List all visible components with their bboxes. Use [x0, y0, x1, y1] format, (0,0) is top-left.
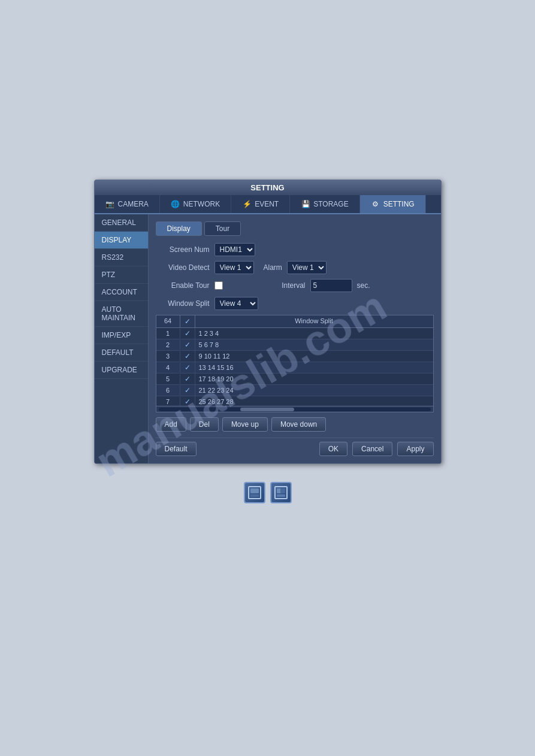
sidebar-item-auto-maintain[interactable]: AUTO MAINTAIN — [95, 301, 148, 327]
row-num: 4 — [156, 363, 180, 372]
table-header-split: Window Split — [195, 315, 433, 327]
table-row[interactable]: 2 ✓ 5 6 7 8 — [156, 339, 433, 351]
sub-tab-tour[interactable]: Tour — [204, 221, 241, 236]
row-check: ✓ — [180, 362, 195, 373]
ok-button[interactable]: OK — [319, 442, 347, 456]
table-header-check: ✓ — [180, 315, 195, 327]
content-area: GENERAL DISPLAY RS232 PTZ ACCOUNT AUTO M… — [95, 214, 441, 463]
sidebar-item-imp-exp[interactable]: IMP/EXP — [95, 327, 148, 344]
video-detect-select[interactable]: View 1 View 4 — [214, 261, 254, 274]
h-scrollbar-track — [159, 408, 431, 411]
enable-tour-label: Enable Tour — [156, 281, 210, 290]
window-split-select[interactable]: View 1 View 4 View 8 View 9 View 16 — [214, 297, 258, 310]
sidebar-item-upgrade[interactable]: UPGRADE — [95, 362, 148, 379]
table-header-num: 64 — [156, 315, 180, 327]
tab-storage-label: STORAGE — [313, 200, 348, 208]
window-split-label: Window Split — [156, 299, 210, 308]
sub-tabs: Display Tour — [156, 221, 434, 236]
sidebar-item-default[interactable]: DEFAULT — [95, 344, 148, 362]
tab-camera-label: CAMERA — [118, 200, 149, 208]
tab-event[interactable]: ⚡ EVENT — [231, 195, 290, 213]
dialog-window: SETTING 📷 CAMERA 🌐 NETWORK ⚡ EVENT 💾 STO… — [94, 180, 442, 464]
sub-tab-display[interactable]: Display — [156, 221, 202, 236]
apply-button[interactable]: Apply — [397, 442, 433, 456]
sidebar: GENERAL DISPLAY RS232 PTZ ACCOUNT AUTO M… — [95, 214, 149, 463]
table-header: 64 ✓ Window Split — [156, 315, 433, 328]
icon-box-1[interactable] — [244, 482, 265, 503]
tab-setting[interactable]: ⚙ SETTING — [360, 195, 426, 213]
page-wrapper: manualslib.com SETTING 📷 CAMERA 🌐 NETWOR… — [0, 0, 535, 756]
row-num: 7 — [156, 397, 180, 406]
row-num: 5 — [156, 374, 180, 384]
icon-box-2[interactable] — [270, 482, 292, 503]
tab-event-label: EVENT — [255, 200, 279, 208]
row-split: 1 2 3 4 — [195, 329, 433, 338]
camera-icon: 📷 — [105, 199, 115, 209]
setting-icon: ⚙ — [371, 199, 380, 209]
sidebar-item-ptz[interactable]: PTZ — [95, 266, 148, 284]
table-row[interactable]: 4 ✓ 13 14 15 16 — [156, 362, 433, 374]
row-split: 17 18 19 20 — [195, 374, 433, 384]
enable-tour-row: Enable Tour Interval sec. — [156, 279, 434, 292]
table-row[interactable]: 7 ✓ 25 26 27 28 — [156, 396, 433, 406]
table-row[interactable]: 6 ✓ 21 22 23 24 — [156, 385, 433, 396]
cancel-button[interactable]: Cancel — [352, 442, 392, 456]
table-scroll-area[interactable]: 1 ✓ 1 2 3 4 2 ✓ 5 6 7 8 3 ✓ 9 — [156, 328, 433, 406]
nav-tabs: 📷 CAMERA 🌐 NETWORK ⚡ EVENT 💾 STORAGE ⚙ S… — [95, 195, 441, 214]
sidebar-item-general[interactable]: GENERAL — [95, 214, 148, 232]
screen-num-select[interactable]: HDMI1 HDMI2 VGA — [214, 243, 255, 256]
del-button[interactable]: Del — [190, 417, 219, 432]
row-split: 9 10 11 12 — [195, 351, 433, 361]
row-num: 2 — [156, 340, 180, 350]
enable-tour-checkbox[interactable] — [214, 281, 223, 290]
video-detect-label: Video Detect — [156, 263, 210, 272]
storage-icon: 💾 — [301, 199, 310, 209]
table-row[interactable]: 5 ✓ 17 18 19 20 — [156, 374, 433, 385]
sidebar-item-account[interactable]: ACCOUNT — [95, 284, 148, 301]
row-check: ✓ — [180, 385, 195, 396]
screen-num-label: Screen Num — [156, 245, 210, 254]
interval-label: Interval — [252, 281, 306, 290]
row-check: ✓ — [180, 328, 195, 339]
row-num: 3 — [156, 351, 180, 361]
row-split: 13 14 15 16 — [195, 363, 433, 372]
row-num: 6 — [156, 385, 180, 395]
add-button[interactable]: Add — [156, 417, 186, 432]
sec-label: sec. — [357, 281, 370, 290]
window-icon-2 — [274, 486, 288, 499]
alarm-label: Alarm — [264, 263, 282, 272]
table-row[interactable]: 3 ✓ 9 10 11 12 — [156, 351, 433, 362]
table-container: 64 ✓ Window Split 1 ✓ 1 2 3 — [156, 315, 434, 412]
interval-input[interactable] — [310, 279, 352, 292]
icons-row — [244, 482, 292, 503]
horizontal-scrollbar[interactable] — [156, 406, 433, 412]
bottom-buttons: Default OK Cancel Apply — [156, 438, 434, 456]
video-detect-row: Video Detect View 1 View 4 Alarm View 1 … — [156, 261, 434, 274]
title-bar: SETTING — [95, 180, 441, 195]
sidebar-item-display[interactable]: DISPLAY — [95, 232, 148, 249]
dialog-title: SETTING — [250, 183, 284, 192]
row-check: ✓ — [180, 339, 195, 350]
move-up-button[interactable]: Move up — [222, 417, 268, 432]
tab-camera[interactable]: 📷 CAMERA — [95, 195, 160, 213]
sidebar-item-rs232[interactable]: RS232 — [95, 249, 148, 266]
table-row[interactable]: 1 ✓ 1 2 3 4 — [156, 328, 433, 339]
tab-setting-label: SETTING — [383, 200, 415, 208]
row-split: 5 6 7 8 — [195, 340, 433, 350]
row-check: ✓ — [180, 396, 195, 406]
action-buttons: Add Del Move up Move down — [156, 417, 434, 432]
tab-storage[interactable]: 💾 STORAGE — [290, 195, 359, 213]
row-split: 25 26 27 28 — [195, 397, 433, 406]
row-check: ✓ — [180, 351, 195, 362]
tab-network-label: NETWORK — [183, 200, 220, 208]
default-button[interactable]: Default — [156, 442, 197, 456]
tab-network[interactable]: 🌐 NETWORK — [160, 195, 231, 213]
main-panel: Display Tour Screen Num HDMI1 HDMI2 VGA — [149, 214, 441, 463]
move-down-button[interactable]: Move down — [271, 417, 326, 432]
row-split: 21 22 23 24 — [195, 385, 433, 395]
event-icon: ⚡ — [242, 199, 252, 209]
screen-num-row: Screen Num HDMI1 HDMI2 VGA — [156, 243, 434, 256]
bottom-left-buttons: Default — [156, 442, 197, 456]
alarm-select[interactable]: View 1 View 4 — [287, 261, 327, 274]
row-check: ✓ — [180, 374, 195, 384]
